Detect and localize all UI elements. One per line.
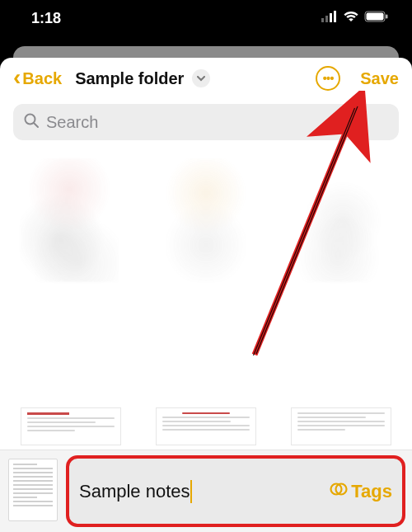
note-grid (0, 150, 412, 282)
cellular-icon (321, 11, 338, 26)
svg-rect-1 (325, 16, 328, 22)
svg-rect-2 (330, 13, 332, 22)
ellipsis-icon: ••• (323, 72, 334, 85)
status-bar: 1:18 (0, 0, 412, 36)
text-caret (190, 480, 192, 503)
save-button[interactable]: Save (360, 69, 399, 88)
note-title-value: Sample notes (79, 481, 190, 502)
note-thumbnail[interactable] (157, 158, 255, 282)
bottom-input-strip: Sample notes Tags (0, 450, 412, 532)
note-title-input[interactable]: Sample notes (79, 480, 330, 503)
search-icon (23, 112, 40, 133)
annotation-highlight: Sample notes Tags (66, 455, 405, 527)
chevron-down-icon (197, 73, 205, 84)
mini-note-tab[interactable] (8, 459, 58, 521)
folder-picker-button[interactable] (192, 69, 210, 87)
status-indicators (321, 11, 389, 26)
status-time: 1:18 (31, 10, 61, 27)
page-title: Sample folder (75, 69, 184, 88)
page-preview-row (21, 408, 391, 445)
back-label: Back (22, 69, 62, 88)
tags-button[interactable]: Tags (330, 480, 392, 503)
search-placeholder: Search (46, 113, 98, 132)
note-thumbnail[interactable] (20, 158, 119, 282)
note-thumbnail[interactable] (293, 158, 392, 282)
svg-rect-0 (321, 18, 324, 22)
nav-bar: ‹ Back Sample folder ••• Save (0, 58, 412, 99)
tags-icon (330, 480, 348, 503)
back-button[interactable]: ‹ Back (13, 67, 62, 90)
chevron-left-icon: ‹ (13, 66, 21, 89)
tags-label: Tags (351, 481, 392, 502)
svg-line-8 (34, 123, 38, 127)
page-preview[interactable] (292, 408, 391, 445)
wifi-icon (343, 11, 359, 26)
page-preview[interactable] (157, 408, 255, 445)
more-options-button[interactable]: ••• (316, 66, 340, 91)
svg-rect-5 (367, 13, 384, 21)
battery-icon (364, 11, 389, 26)
search-input[interactable]: Search (13, 104, 399, 140)
page-preview[interactable] (21, 408, 120, 445)
svg-rect-3 (334, 11, 336, 22)
modal-sheet: ‹ Back Sample folder ••• Save Search (0, 58, 412, 532)
svg-rect-6 (386, 15, 388, 19)
